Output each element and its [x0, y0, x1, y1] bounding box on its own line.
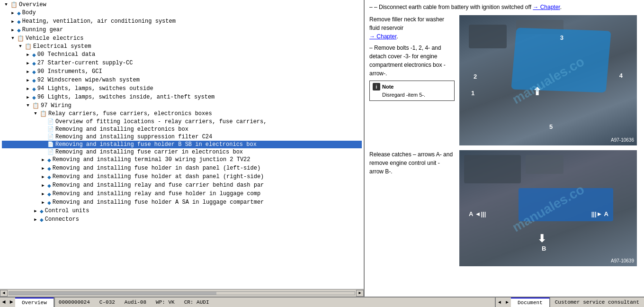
expand-icon[interactable]: ▶ [25, 77, 31, 83]
tree-item-20[interactable]: ▶◆Removing and installing fuse holder in… [2, 164, 362, 173]
tree-item-16[interactable]: 📄Removing and installing suppression fil… [2, 133, 362, 141]
scroll-track[interactable] [9, 291, 355, 295]
tab-nav-left[interactable]: ◄ [0, 298, 8, 307]
horizontal-scrollbar[interactable]: ◄ ► [0, 289, 364, 297]
tree-item-22[interactable]: ▶◆Removing and installing relay and fuse… [2, 181, 362, 190]
status-item-4: WP: VK [156, 299, 175, 305]
right-panel[interactable]: – – Disconnect earth cable from battery … [365, 0, 644, 297]
tree-item-1[interactable]: ▶◆Body [2, 9, 362, 18]
expand-icon[interactable]: ▼ [17, 43, 24, 50]
instruction1-text: – Disconnect earth cable from battery wi… [374, 4, 531, 10]
expand-icon [40, 134, 46, 140]
img2-label-b: B [542, 244, 546, 253]
tree-item-12[interactable]: ▼📋97 Wiring [2, 102, 362, 110]
tree-item-13[interactable]: ▼📋Relay carriers, fuse carriers, electro… [2, 110, 362, 118]
tree-label: Removing and installing electronics box [55, 126, 188, 133]
expand-icon[interactable]: ▶ [32, 208, 39, 214]
note-icon: i [373, 83, 380, 90]
tree-item-8[interactable]: ▶◆90 Instruments, GCI [2, 68, 362, 76]
tree-item-14[interactable]: 📄Overview of fitting locations - relay c… [2, 118, 362, 126]
tree-label: Removing and installing relay and fuse c… [53, 182, 264, 189]
expand-icon[interactable]: ▶ [32, 216, 39, 223]
tree-label: Removing and installing relay and fuse h… [53, 190, 260, 197]
tree-label: Removing and installing fuse holder at d… [53, 173, 264, 180]
scroll-right[interactable]: ► [356, 290, 364, 297]
diamond-icon: ◆ [32, 85, 36, 93]
text-column-2: Release catches – arrows A- and remove e… [369, 150, 455, 266]
scroll-left[interactable]: ◄ [0, 290, 8, 297]
tree-item-5[interactable]: ▼📋Electrical system [2, 43, 362, 51]
tree-label: 97 Wiring [41, 102, 72, 109]
expand-icon[interactable]: ▶ [25, 68, 31, 75]
tree-label: Control units [45, 208, 89, 214]
tree-item-10[interactable]: ▶◆94 Lights, lamps, switches outside [2, 85, 362, 93]
tree-item-24[interactable]: ▶◆Removing and installing fuse holder A … [2, 199, 362, 207]
book-icon: 📋 [40, 110, 47, 117]
tree-item-3[interactable]: ▶◆Running gear [2, 26, 362, 35]
expand-icon[interactable]: ▶ [25, 60, 31, 66]
tree-item-7[interactable]: ▶◆27 Starter-current supply-CC [2, 59, 362, 68]
tree-item-9[interactable]: ▶◆92 Windscreen wipe/wash system [2, 76, 362, 85]
tree-item-0[interactable]: ▼📋Overview [2, 1, 362, 9]
doc-icon: 📄 [47, 149, 54, 155]
expand-icon[interactable]: ▶ [9, 9, 16, 16]
tab-document[interactable]: Document [511, 298, 550, 307]
tab-nav-right[interactable]: ► [8, 298, 15, 307]
status-item-2: C-032 [99, 299, 115, 305]
tree-item-26[interactable]: ▶◆Connectors [2, 216, 362, 224]
diamond-icon: ◆ [47, 182, 51, 190]
tree-item-15[interactable]: 📄Removing and installing electronics box [2, 126, 362, 133]
book-icon: 📋 [25, 43, 32, 50]
expand-icon[interactable]: ▶ [9, 18, 16, 25]
tree-label: Running gear [22, 27, 63, 33]
tab-nav-right-2[interactable]: ► [503, 298, 511, 307]
chapter-link-2[interactable]: → Chapter [369, 33, 396, 40]
expand-icon[interactable]: ▶ [40, 190, 46, 197]
tree-item-21[interactable]: ▶◆Removing and installing fuse holder at… [2, 173, 362, 181]
expand-icon[interactable]: ▶ [25, 94, 31, 100]
tree-item-25[interactable]: ▶◆Control units [2, 207, 362, 216]
main-container: ▼📋Overview▶◆Body▶◆Heating, ventilation, … [0, 0, 644, 297]
expand-icon[interactable]: ▼ [25, 102, 31, 109]
expand-icon[interactable]: ▶ [40, 173, 46, 180]
expand-icon[interactable]: ▶ [40, 156, 46, 163]
expand-icon[interactable]: ▶ [40, 165, 46, 172]
tree-label: Removing and installing terminal 30 wiri… [53, 156, 250, 163]
diamond-icon: ◆ [32, 60, 36, 67]
expand-icon[interactable]: ▼ [32, 110, 39, 117]
expand-icon[interactable]: ▼ [3, 1, 9, 8]
diamond-icon: ◆ [32, 77, 36, 84]
diamond-icon: ◆ [47, 173, 51, 181]
engine-image-2: A ◄||| |||► A ⬇ B A97-10639 manuales.co [459, 150, 637, 266]
tree-item-23[interactable]: ▶◆Removing and installing relay and fuse… [2, 190, 362, 199]
tree-label: 27 Starter-current supply-CC [37, 60, 133, 66]
status-items: 0000000024 C-032 Audi-08 WP: VK CR: AUDI [55, 298, 495, 307]
tree-item-6[interactable]: ▶◆00 Technical data [2, 51, 362, 59]
bottom-bar: ◄ ► Overview 0000000024 C-032 Audi-08 WP… [0, 297, 644, 307]
diamond-icon: ◆ [47, 190, 51, 198]
expand-icon[interactable]: ▶ [9, 27, 16, 33]
tree-item-17[interactable]: 📄Removing and installing fuse holder B S… [2, 141, 362, 148]
expand-icon[interactable]: ▶ [40, 182, 46, 189]
tree-item-19[interactable]: ▶◆Removing and installing terminal 30 wi… [2, 156, 362, 164]
tree-label: Electrical system [33, 43, 91, 50]
tree-label: Overview of fitting locations - relay ca… [55, 118, 267, 125]
note-box: i Note Disregard -item 5-. [369, 81, 455, 101]
tree-item-18[interactable]: 📄Removing and installing fuse carrier in… [2, 148, 362, 156]
tree-area[interactable]: ▼📋Overview▶◆Body▶◆Heating, ventilation, … [0, 0, 364, 289]
tree-item-4[interactable]: ▼📋Vehicle electrics [2, 35, 362, 43]
expand-icon[interactable]: ▶ [25, 85, 31, 92]
img1-label-3: 3 [560, 33, 564, 43]
img1-label-1: 1 [471, 89, 474, 98]
tree-label: Removing and installing fuse holder A SA… [53, 199, 264, 206]
expand-icon[interactable]: ▶ [40, 199, 46, 206]
expand-icon[interactable]: ▶ [25, 51, 31, 58]
tab-overview[interactable]: Overview [15, 298, 54, 307]
expand-icon[interactable]: ▼ [9, 35, 16, 42]
chapter-link-1[interactable]: → Chapter [533, 4, 560, 10]
note-label: Note [382, 84, 394, 90]
tab-nav-left-2[interactable]: ◄ [496, 298, 503, 307]
scroll-thumb[interactable] [9, 292, 216, 295]
tree-item-2[interactable]: ▶◆Heating, ventilation, air conditioning… [2, 18, 362, 26]
tree-item-11[interactable]: ▶◆96 Lights, lamps, switches inside, ant… [2, 93, 362, 102]
